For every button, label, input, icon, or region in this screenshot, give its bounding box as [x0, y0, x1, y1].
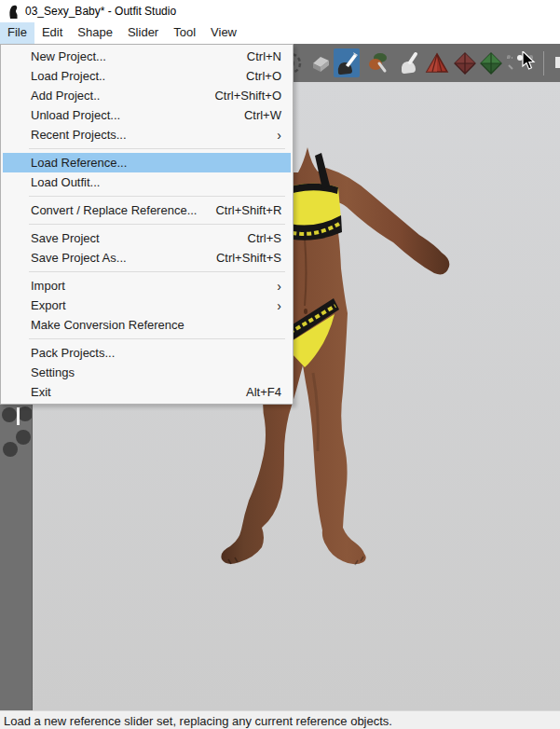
menu-file[interactable]: File	[0, 22, 34, 44]
menu-edit[interactable]: Edit	[34, 22, 70, 44]
menu-item-make-conversion-reference[interactable]: Make Conversion Reference	[3, 315, 291, 335]
menu-item-load-project[interactable]: Load Project.. Ctrl+O	[3, 66, 291, 86]
menu-separator	[29, 271, 285, 272]
titlebar: 03_Sexy_Baby* - Outfit Studio	[0, 0, 560, 22]
menu-item-load-reference[interactable]: Load Reference...	[3, 153, 291, 172]
submenu-arrow-icon: ›	[258, 280, 281, 293]
statusbar: Load a new reference slider set, replaci…	[0, 710, 560, 729]
menu-tool[interactable]: Tool	[166, 22, 203, 44]
outfit-studio-window: 03_Sexy_Baby* - Outfit Studio File Edit …	[0, 0, 560, 729]
inflate-brush-icon[interactable]	[334, 48, 360, 77]
menu-item-pack-projects[interactable]: Pack Projects...	[3, 343, 291, 363]
menu-separator	[29, 338, 285, 339]
green-diamond-tool-icon[interactable]	[479, 49, 503, 76]
menu-item-unload-project[interactable]: Unload Project... Ctrl+W	[3, 105, 291, 125]
menu-separator	[29, 196, 285, 197]
menu-item-exit[interactable]: Exit Alt+F4	[3, 382, 291, 402]
toolbar-separator	[543, 51, 544, 76]
menu-separator	[29, 224, 285, 225]
submenu-arrow-icon: ›	[258, 299, 281, 312]
smooth-brush-icon[interactable]	[397, 49, 421, 76]
deflate-brush-icon[interactable]	[366, 49, 390, 76]
menu-item-import[interactable]: Import ›	[3, 276, 291, 296]
file-menu-popup: New Project... Ctrl+N Load Project.. Ctr…	[0, 44, 294, 405]
red-diamond-tool-icon[interactable]	[453, 49, 477, 76]
pyramid-tool-icon[interactable]	[425, 49, 449, 76]
menubar: File Edit Shape Slider Tool View	[0, 22, 560, 45]
app-icon	[7, 5, 20, 19]
menu-item-save-project-as[interactable]: Save Project As... Ctrl+Shift+S	[3, 248, 291, 268]
window-title: 03_Sexy_Baby* - Outfit Studio	[25, 5, 176, 18]
menu-shape[interactable]: Shape	[70, 22, 120, 44]
menu-item-add-project[interactable]: Add Project.. Ctrl+Shift+O	[3, 86, 291, 105]
menu-item-recent-projects[interactable]: Recent Projects... ›	[3, 125, 291, 144]
mouse-cursor-icon	[522, 51, 537, 76]
menu-item-new-project[interactable]: New Project... Ctrl+N	[3, 47, 291, 66]
menu-separator	[29, 148, 285, 149]
menu-view[interactable]: View	[203, 22, 244, 44]
menu-slider[interactable]: Slider	[120, 22, 166, 44]
menu-item-settings[interactable]: Settings	[3, 363, 291, 382]
status-text: Load a new reference slider set, replaci…	[0, 714, 392, 728]
navel	[304, 309, 307, 314]
toolbar-partial-icon[interactable]	[555, 57, 560, 68]
eraser-icon[interactable]	[307, 49, 332, 76]
menu-item-convert-replace-reference[interactable]: Convert / Replace Reference... Ctrl+Shif…	[3, 200, 291, 220]
submenu-arrow-icon: ›	[258, 129, 281, 142]
menu-item-load-outfit[interactable]: Load Outfit...	[3, 172, 291, 192]
menu-item-save-project[interactable]: Save Project Ctrl+S	[3, 228, 291, 248]
menu-item-export[interactable]: Export ›	[3, 296, 291, 315]
